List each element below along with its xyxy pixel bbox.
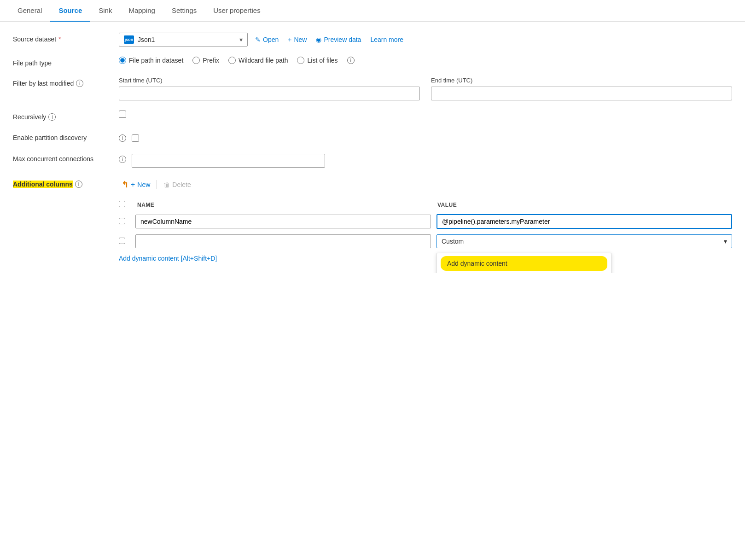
trash-icon: 🗑: [163, 181, 170, 188]
column-row-2-value: Custom ▾ Add dynamic content Custom: [437, 234, 732, 248]
select-all-columns-checkbox[interactable]: [119, 201, 125, 207]
max-concurrent-row: Max concurrent connections i: [13, 152, 732, 168]
source-dataset-controls: json Json1 ▾ ✎ Open + New ◉ Preview data: [119, 33, 732, 47]
enable-partition-checkbox[interactable]: [132, 134, 139, 142]
additional-columns-info-icon[interactable]: i: [75, 181, 82, 188]
new-dataset-button[interactable]: + New: [286, 34, 308, 46]
recursively-info-icon[interactable]: i: [48, 113, 56, 121]
end-time-label: End time (UTC): [431, 77, 732, 84]
recursively-label: Recursively i: [13, 111, 119, 121]
dataset-dropdown[interactable]: json Json1 ▾: [119, 33, 248, 47]
filter-by-last-modified-row: Filter by last modified i Start time (UT…: [13, 77, 732, 100]
tab-mapping[interactable]: Mapping: [120, 0, 163, 22]
max-concurrent-input[interactable]: [132, 154, 325, 168]
learn-more-button[interactable]: Learn more: [368, 34, 405, 46]
additional-columns-row: Additional columns i ↰ + New 🗑 Dele: [13, 178, 732, 262]
column-row-2: Custom ▾ Add dynamic content Custom: [119, 232, 732, 251]
value-dropdown-menu: Add dynamic content Custom: [437, 253, 611, 273]
add-dynamic-content-option[interactable]: Add dynamic content: [441, 256, 607, 271]
additional-columns-content: ↰ + New 🗑 Delete NAME VA: [119, 178, 732, 262]
new-plus-icon: ↰: [122, 180, 128, 190]
dropdown-chevron-icon: ▾: [724, 238, 727, 245]
file-path-type-options: File path in dataset Prefix Wildcard fil…: [119, 57, 732, 64]
chevron-down-icon: ▾: [239, 36, 243, 43]
tab-source[interactable]: Source: [50, 0, 90, 22]
column-row-2-name-input[interactable]: [135, 234, 431, 248]
radio-prefix[interactable]: Prefix: [192, 57, 219, 64]
add-dynamic-label: Add dynamic content: [447, 260, 507, 267]
end-time-group: End time (UTC): [431, 77, 732, 100]
start-time-group: Start time (UTC): [119, 77, 420, 100]
enable-partition-row: Enable partition discovery i: [13, 131, 732, 142]
column-row-1-name-input[interactable]: [135, 215, 431, 228]
end-time-input[interactable]: [431, 87, 732, 100]
source-dataset-label: Source dataset *: [13, 33, 119, 43]
recursively-row: Recursively i: [13, 111, 732, 121]
column-row-1-value-input[interactable]: [437, 214, 732, 229]
filter-time-fields: Start time (UTC) End time (UTC): [119, 77, 732, 100]
file-path-type-row: File path type File path in dataset Pref…: [13, 57, 732, 67]
radio-group-file-path: File path in dataset Prefix Wildcard fil…: [119, 57, 355, 64]
tab-sink[interactable]: Sink: [90, 0, 120, 22]
value-column-header: VALUE: [437, 202, 732, 208]
start-time-label: Start time (UTC): [119, 77, 420, 84]
column-row-2-name: [135, 234, 431, 248]
additional-columns-label: Additional columns: [13, 181, 73, 188]
dataset-value: Json1: [138, 36, 236, 43]
column-row-1-checkbox[interactable]: [119, 218, 125, 224]
column-row-1: [119, 211, 732, 232]
max-concurrent-info-icon[interactable]: i: [119, 156, 126, 163]
column-row-1-value: [437, 214, 732, 229]
eye-icon: ◉: [316, 36, 321, 43]
radio-list-of-files[interactable]: List of files: [297, 57, 338, 64]
column-row-1-name: [135, 215, 431, 228]
file-path-type-label: File path type: [13, 57, 119, 67]
toolbar-divider: [157, 180, 157, 189]
list-of-files-info-icon[interactable]: i: [347, 57, 355, 64]
json-icon: json: [124, 35, 134, 44]
filter-info-icon[interactable]: i: [76, 80, 83, 87]
dropdown-value-text: Custom: [442, 238, 464, 245]
start-time-input[interactable]: [119, 87, 420, 100]
columns-table-header: NAME VALUE: [119, 198, 732, 211]
new-plus-icon2: +: [131, 181, 135, 189]
radio-file-path-in-dataset[interactable]: File path in dataset: [119, 57, 183, 64]
column-row-2-checkbox[interactable]: [119, 238, 125, 244]
tab-general[interactable]: General: [9, 0, 50, 22]
delete-column-button[interactable]: 🗑 Delete: [161, 179, 193, 190]
column-row-2-value-dropdown[interactable]: Custom ▾: [437, 234, 732, 248]
tab-user-properties[interactable]: User properties: [205, 0, 269, 22]
additional-columns-label-col: Additional columns i: [13, 178, 119, 188]
name-column-header: NAME: [135, 202, 432, 208]
filter-last-modified-label: Filter by last modified i: [13, 77, 119, 87]
max-concurrent-label: Max concurrent connections: [13, 152, 119, 163]
preview-data-button[interactable]: ◉ Preview data: [314, 34, 363, 46]
pencil-icon: ✎: [255, 36, 261, 43]
source-dataset-row: Source dataset * json Json1 ▾ ✎ Open + N…: [13, 33, 732, 47]
recursively-checkbox[interactable]: [119, 111, 126, 118]
open-button[interactable]: ✎ Open: [253, 34, 280, 46]
enable-partition-info-icon[interactable]: i: [119, 134, 126, 142]
add-new-column-button[interactable]: ↰ + New: [119, 178, 153, 192]
add-dynamic-content-link[interactable]: Add dynamic content [Alt+Shift+D]: [119, 255, 217, 262]
tab-bar: General Source Sink Mapping Settings Use…: [0, 0, 745, 22]
radio-wildcard-file-path[interactable]: Wildcard file path: [228, 57, 288, 64]
tab-settings[interactable]: Settings: [163, 0, 205, 22]
enable-partition-label: Enable partition discovery: [13, 131, 119, 142]
columns-toolbar: ↰ + New 🗑 Delete: [119, 178, 732, 192]
plus-icon: +: [288, 36, 291, 43]
